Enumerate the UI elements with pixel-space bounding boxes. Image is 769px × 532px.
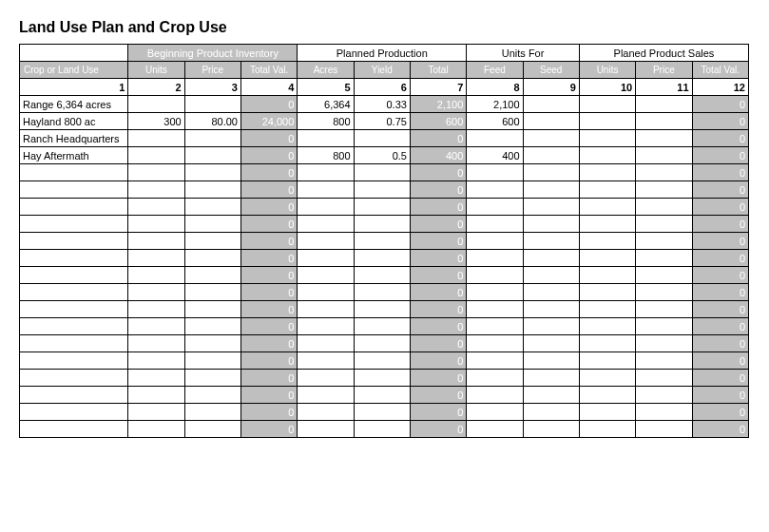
cell-crop[interactable] (20, 335, 128, 352)
cell-uf-seed[interactable] (523, 267, 579, 284)
cell-uf-feed[interactable] (467, 130, 523, 147)
cell-pp-total[interactable]: 0 (410, 284, 466, 301)
cell-ps-price[interactable] (636, 301, 692, 318)
cell-bpi-total[interactable]: 0 (240, 181, 297, 199)
cell-ps-price[interactable] (636, 387, 692, 404)
cell-crop[interactable] (20, 164, 128, 181)
cell-crop[interactable] (20, 370, 128, 387)
cell-bpi-price[interactable] (184, 199, 240, 216)
cell-bpi-total[interactable]: 0 (240, 250, 297, 267)
cell-ps-units[interactable] (579, 318, 635, 335)
cell-ps-price[interactable] (636, 421, 692, 438)
cell-bpi-price[interactable] (184, 421, 240, 438)
cell-ps-units[interactable] (579, 404, 635, 421)
cell-ps-units[interactable] (579, 233, 635, 250)
cell-uf-feed[interactable]: 400 (467, 147, 523, 164)
cell-ps-total[interactable]: 0 (692, 352, 748, 370)
cell-pp-total[interactable]: 0 (410, 335, 466, 352)
cell-pp-acres[interactable] (298, 404, 354, 421)
cell-bpi-total[interactable]: 0 (240, 233, 297, 250)
cell-pp-yield[interactable] (354, 301, 410, 318)
cell-bpi-price[interactable] (184, 404, 240, 421)
cell-crop[interactable] (20, 233, 128, 250)
cell-bpi-price[interactable] (184, 96, 240, 113)
cell-pp-acres[interactable] (298, 387, 354, 404)
cell-ps-units[interactable] (579, 284, 635, 301)
cell-ps-price[interactable] (636, 199, 692, 216)
cell-ps-units[interactable] (579, 335, 635, 352)
cell-pp-total[interactable]: 2,100 (410, 96, 466, 113)
cell-bpi-total[interactable]: 0 (240, 130, 297, 147)
cell-ps-price[interactable] (636, 352, 692, 370)
cell-crop[interactable] (20, 181, 128, 199)
cell-pp-acres[interactable] (298, 301, 354, 318)
cell-uf-feed[interactable] (467, 250, 523, 267)
cell-crop[interactable] (20, 421, 128, 438)
cell-pp-yield[interactable] (354, 164, 410, 181)
cell-bpi-total[interactable]: 0 (240, 352, 297, 370)
cell-pp-acres[interactable] (298, 164, 354, 181)
cell-uf-seed[interactable] (523, 181, 579, 199)
cell-bpi-total[interactable]: 0 (240, 96, 297, 113)
cell-bpi-price[interactable] (184, 233, 240, 250)
cell-bpi-price[interactable] (184, 164, 240, 181)
cell-uf-seed[interactable] (523, 199, 579, 216)
cell-uf-feed[interactable] (467, 421, 523, 438)
cell-ps-total[interactable]: 0 (692, 267, 748, 284)
cell-bpi-units[interactable] (128, 199, 184, 216)
cell-uf-seed[interactable] (523, 301, 579, 318)
cell-ps-units[interactable] (579, 267, 635, 284)
cell-bpi-units[interactable] (128, 404, 184, 421)
cell-uf-feed[interactable]: 600 (467, 113, 523, 130)
cell-bpi-price[interactable] (184, 335, 240, 352)
cell-ps-price[interactable] (636, 284, 692, 301)
cell-pp-acres[interactable] (298, 284, 354, 301)
cell-ps-total[interactable]: 0 (692, 164, 748, 181)
cell-bpi-price[interactable]: 80.00 (184, 113, 240, 130)
cell-bpi-total[interactable]: 0 (240, 370, 297, 387)
cell-bpi-price[interactable] (184, 250, 240, 267)
cell-uf-feed[interactable]: 2,100 (467, 96, 523, 113)
cell-ps-units[interactable] (579, 250, 635, 267)
cell-uf-feed[interactable] (467, 199, 523, 216)
cell-pp-total[interactable]: 0 (410, 233, 466, 250)
cell-uf-seed[interactable] (523, 130, 579, 147)
cell-ps-price[interactable] (636, 147, 692, 164)
cell-uf-feed[interactable] (467, 370, 523, 387)
cell-ps-price[interactable] (636, 370, 692, 387)
cell-ps-total[interactable]: 0 (692, 318, 748, 335)
cell-ps-units[interactable] (579, 370, 635, 387)
cell-ps-units[interactable] (579, 96, 635, 113)
cell-pp-yield[interactable] (354, 421, 410, 438)
cell-bpi-total[interactable]: 0 (240, 199, 297, 216)
cell-pp-total[interactable]: 600 (410, 113, 466, 130)
cell-uf-feed[interactable] (467, 404, 523, 421)
cell-pp-acres[interactable] (298, 181, 354, 199)
cell-ps-total[interactable]: 0 (692, 130, 748, 147)
cell-crop[interactable] (20, 284, 128, 301)
cell-pp-acres[interactable]: 6,364 (298, 96, 354, 113)
cell-bpi-price[interactable] (184, 267, 240, 284)
cell-ps-total[interactable]: 0 (692, 96, 748, 113)
cell-ps-total[interactable]: 0 (692, 387, 748, 404)
cell-bpi-total[interactable]: 0 (240, 301, 297, 318)
cell-pp-yield[interactable] (354, 284, 410, 301)
cell-bpi-units[interactable]: 300 (128, 113, 184, 130)
cell-ps-units[interactable] (579, 352, 635, 370)
cell-bpi-price[interactable] (184, 387, 240, 404)
cell-pp-acres[interactable] (298, 233, 354, 250)
cell-uf-seed[interactable] (523, 318, 579, 335)
cell-ps-total[interactable]: 0 (692, 370, 748, 387)
cell-ps-total[interactable]: 0 (692, 113, 748, 130)
cell-pp-yield[interactable] (354, 181, 410, 199)
cell-uf-feed[interactable] (467, 267, 523, 284)
cell-bpi-total[interactable]: 0 (240, 335, 297, 352)
cell-ps-units[interactable] (579, 421, 635, 438)
cell-pp-total[interactable]: 0 (410, 404, 466, 421)
cell-uf-feed[interactable] (467, 387, 523, 404)
cell-ps-units[interactable] (579, 301, 635, 318)
cell-uf-seed[interactable] (523, 216, 579, 233)
cell-crop[interactable] (20, 250, 128, 267)
cell-bpi-price[interactable] (184, 318, 240, 335)
cell-pp-total[interactable]: 0 (410, 267, 466, 284)
